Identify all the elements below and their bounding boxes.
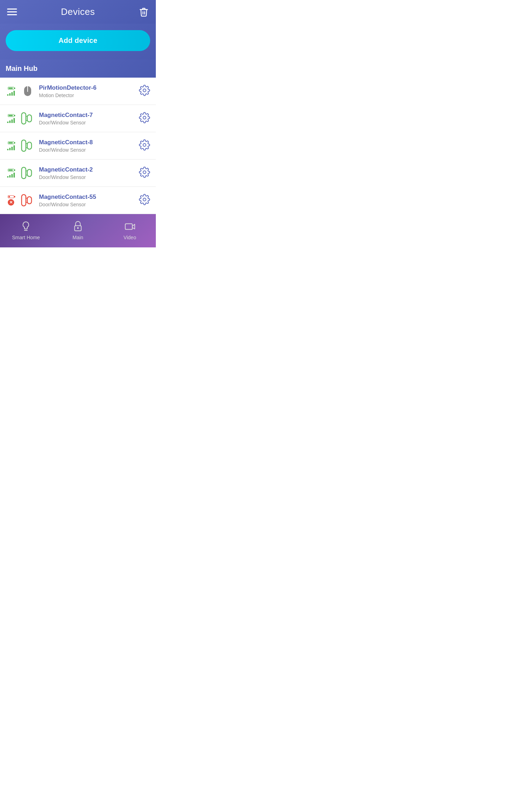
device-type: Door/Window Sensor (39, 202, 135, 207)
list-item: MagneticContact-7Door/Window Sensor (0, 105, 156, 132)
svg-rect-9 (27, 142, 32, 149)
device-indicators (6, 141, 16, 150)
add-device-button[interactable]: Add device (6, 30, 150, 51)
signal-icon (7, 118, 15, 123)
svg-rect-8 (22, 140, 26, 151)
device-info: MagneticContact-55Door/Window Sensor (39, 194, 135, 207)
signal-icon (7, 145, 15, 150)
settings-button[interactable] (139, 112, 150, 125)
device-info: MagneticContact-8Door/Window Sensor (39, 139, 135, 153)
bottom-nav: Smart Home Main Video (0, 214, 156, 247)
settings-button[interactable] (139, 85, 150, 97)
svg-point-17 (143, 171, 146, 174)
svg-rect-19 (27, 197, 32, 204)
page-title: Devices (61, 6, 95, 17)
signal-icon (7, 173, 15, 178)
camera-icon (124, 220, 136, 233)
device-name: MagneticContact-2 (39, 166, 135, 173)
svg-rect-14 (27, 169, 32, 177)
nav-item-video[interactable]: Video (116, 220, 144, 240)
nav-label-main: Main (73, 235, 83, 240)
device-name: PirMotionDetector-6 (39, 84, 135, 91)
svg-rect-18 (22, 195, 26, 206)
signal-icon (7, 91, 15, 96)
device-icon (20, 111, 35, 126)
device-info: PirMotionDetector-6Motion Detector (39, 84, 135, 98)
device-type: Door/Window Sensor (39, 120, 135, 125)
menu-button[interactable] (7, 9, 17, 15)
svg-point-7 (143, 116, 146, 119)
svg-point-12 (143, 144, 146, 146)
device-icon (20, 83, 35, 99)
list-item: ✕ MagneticContact-55Door/Window Sensor (0, 187, 156, 214)
device-type: Door/Window Sensor (39, 147, 135, 153)
offline-indicator: ✕ (8, 199, 14, 206)
header: Devices (0, 0, 156, 24)
device-name: MagneticContact-55 (39, 194, 135, 201)
svg-rect-4 (27, 115, 32, 122)
device-indicators (6, 114, 16, 123)
nav-label-smarthome: Smart Home (12, 235, 40, 240)
list-item: MagneticContact-2Door/Window Sensor (0, 159, 156, 187)
device-list: PirMotionDetector-6Motion Detector Magne… (0, 78, 156, 214)
device-type: Door/Window Sensor (39, 174, 135, 180)
list-item: MagneticContact-8Door/Window Sensor (0, 132, 156, 159)
svg-rect-3 (22, 113, 26, 124)
device-info: MagneticContact-7Door/Window Sensor (39, 112, 135, 125)
add-device-section: Add device (0, 24, 156, 60)
device-indicators (6, 169, 16, 178)
svg-rect-13 (22, 167, 26, 179)
device-indicators: ✕ (6, 195, 16, 206)
settings-button[interactable] (139, 194, 150, 207)
list-item: PirMotionDetector-6Motion Detector (0, 78, 156, 105)
device-name: MagneticContact-8 (39, 139, 135, 146)
svg-point-2 (143, 89, 146, 92)
nav-item-main[interactable]: Main (64, 220, 92, 240)
lock-icon (72, 220, 84, 233)
hub-section: Main Hub (0, 60, 156, 78)
nav-item-smarthome[interactable]: Smart Home (12, 220, 40, 240)
settings-button[interactable] (139, 139, 150, 152)
device-indicators (6, 87, 16, 96)
settings-button[interactable] (139, 167, 150, 179)
battery-icon (8, 169, 14, 172)
nav-label-video: Video (124, 235, 136, 240)
device-icon (20, 138, 35, 153)
hub-title: Main Hub (6, 65, 38, 72)
battery-icon (8, 195, 14, 198)
svg-point-24 (78, 228, 79, 229)
battery-icon (8, 114, 14, 117)
bulb-icon (19, 220, 32, 233)
device-icon (20, 192, 35, 208)
device-type: Motion Detector (39, 93, 135, 98)
battery-icon (8, 141, 14, 144)
device-icon (20, 165, 35, 181)
svg-rect-25 (125, 224, 132, 229)
device-name: MagneticContact-7 (39, 112, 135, 119)
delete-button[interactable] (139, 7, 149, 17)
battery-icon (8, 87, 14, 90)
device-info: MagneticContact-2Door/Window Sensor (39, 166, 135, 180)
svg-point-22 (143, 198, 146, 201)
